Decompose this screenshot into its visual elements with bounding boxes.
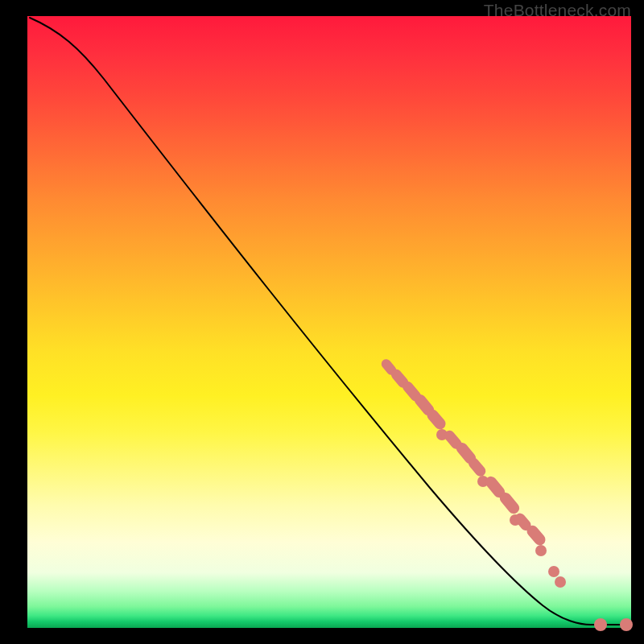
plot-area bbox=[27, 16, 631, 628]
chart-stage: TheBottleneck.com bbox=[0, 0, 644, 644]
svg-point-16 bbox=[548, 566, 559, 577]
svg-point-17 bbox=[555, 576, 566, 588]
mid-diagonal-cluster bbox=[379, 357, 566, 588]
chart-svg bbox=[27, 16, 631, 628]
svg-point-19 bbox=[594, 618, 607, 631]
svg-point-15 bbox=[535, 545, 547, 556]
bottleneck-curve bbox=[30, 18, 599, 625]
bottom-right-cluster bbox=[594, 618, 633, 631]
svg-point-20 bbox=[620, 618, 633, 631]
